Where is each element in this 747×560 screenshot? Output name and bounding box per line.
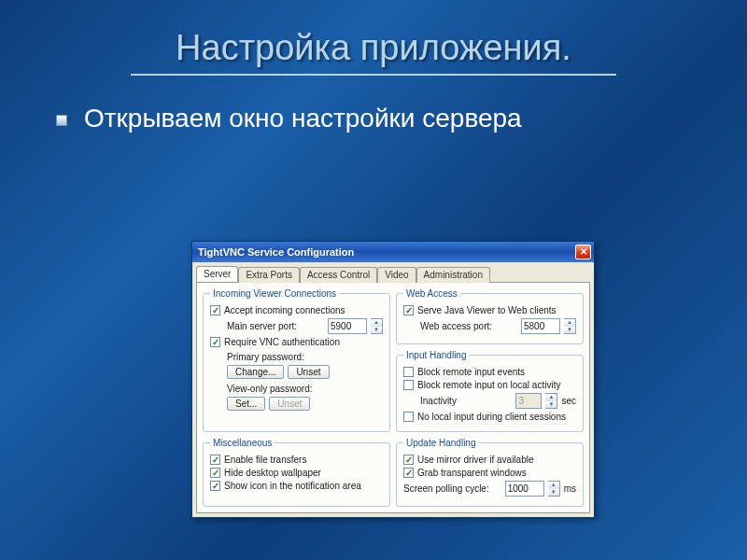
- label-viewonly-password: View-only password:: [227, 384, 313, 394]
- label-hide-wallpaper: Hide desktop wallpaper: [224, 468, 321, 478]
- legend-update: Update Handling: [403, 438, 479, 448]
- window-title: TightVNC Service Configuration: [198, 246, 354, 258]
- spinner-inactivity: ▲▼: [545, 393, 557, 409]
- label-grab-transparent: Grab transparent windows: [417, 468, 527, 478]
- checkbox-accept-incoming[interactable]: [210, 305, 220, 315]
- unset-primary-button[interactable]: Unset: [288, 365, 329, 379]
- label-accept-incoming: Accept incoming connections: [224, 305, 345, 315]
- label-primary-password: Primary password:: [227, 352, 304, 362]
- unset-viewonly-button[interactable]: Unset: [269, 397, 310, 411]
- label-main-port: Main server port:: [227, 321, 297, 331]
- label-sec: sec: [561, 396, 576, 406]
- group-incoming: Incoming Viewer Connections Accept incom…: [203, 288, 390, 432]
- titlebar: TightVNC Service Configuration ✕: [192, 242, 594, 262]
- group-input: Input Handling Block remote input events…: [396, 350, 584, 432]
- tab-server[interactable]: Server: [196, 266, 238, 282]
- input-polling-cycle[interactable]: 1000: [505, 481, 544, 497]
- checkbox-block-remote[interactable]: [403, 367, 414, 377]
- bullet-icon: [56, 115, 67, 126]
- tab-access-control[interactable]: Access Control: [300, 267, 377, 283]
- label-show-icon: Show icon in the notification area: [224, 481, 361, 491]
- checkbox-file-transfers[interactable]: [210, 455, 220, 465]
- label-web-port: Web access port:: [420, 321, 492, 331]
- tab-administration[interactable]: Administration: [416, 267, 490, 283]
- legend-input: Input Handling: [403, 350, 470, 360]
- group-misc: Miscellaneous Enable file transfers Hide…: [203, 438, 390, 507]
- input-web-port[interactable]: 5800: [521, 318, 560, 334]
- checkbox-hide-wallpaper[interactable]: [210, 468, 220, 478]
- checkbox-require-auth[interactable]: [210, 337, 220, 347]
- label-inactivity: Inactivity: [420, 396, 457, 406]
- label-file-transfers: Enable file transfers: [224, 455, 306, 465]
- group-web: Web Access Serve Java Viewer to Web clie…: [396, 288, 584, 344]
- group-update: Update Handling Use mirror driver if ava…: [396, 438, 584, 507]
- bullet-item: Открываем окно настройки сервера: [56, 104, 747, 133]
- spinner-web-port[interactable]: ▲▼: [564, 318, 576, 334]
- input-inactivity: 3: [515, 393, 542, 409]
- checkbox-serve-java[interactable]: [403, 305, 414, 315]
- checkbox-no-local-input[interactable]: [403, 412, 414, 422]
- label-block-remote: Block remote input events: [417, 367, 525, 377]
- spinner-main-port[interactable]: ▲▼: [371, 318, 383, 334]
- tab-body: Incoming Viewer Connections Accept incom…: [196, 282, 590, 513]
- bullet-text: Открываем окно настройки сервера: [84, 104, 522, 133]
- label-mirror-driver: Use mirror driver if available: [417, 455, 533, 465]
- label-block-local-activity: Block remote input on local activity: [417, 380, 560, 390]
- tab-video[interactable]: Video: [377, 267, 416, 283]
- set-button[interactable]: Set...: [227, 397, 265, 411]
- title-underline: [131, 74, 616, 76]
- label-ms: ms: [564, 483, 576, 494]
- label-no-local-input: No local input during client sessions: [417, 412, 566, 422]
- checkbox-mirror-driver[interactable]: [403, 455, 414, 465]
- legend-incoming: Incoming Viewer Connections: [210, 288, 339, 299]
- legend-misc: Miscellaneous: [210, 438, 275, 448]
- label-polling-cycle: Screen polling cycle:: [403, 483, 489, 494]
- change-button[interactable]: Change...: [227, 365, 284, 379]
- input-main-port[interactable]: 5900: [328, 318, 367, 334]
- legend-web: Web Access: [403, 288, 460, 299]
- close-icon[interactable]: ✕: [575, 245, 591, 259]
- slide-title: Настройка приложения.: [0, 28, 747, 68]
- tab-strip: Server Extra Ports Access Control Video …: [192, 262, 594, 282]
- checkbox-show-icon[interactable]: [210, 481, 220, 491]
- tab-extra-ports[interactable]: Extra Ports: [238, 267, 299, 283]
- checkbox-grab-transparent[interactable]: [403, 468, 414, 478]
- label-require-auth: Require VNC authentication: [224, 337, 340, 347]
- spinner-polling[interactable]: ▲▼: [548, 481, 560, 497]
- config-dialog: TightVNC Service Configuration ✕ Server …: [191, 241, 595, 518]
- label-serve-java: Serve Java Viewer to Web clients: [417, 305, 557, 315]
- checkbox-block-local-activity[interactable]: [403, 380, 414, 390]
